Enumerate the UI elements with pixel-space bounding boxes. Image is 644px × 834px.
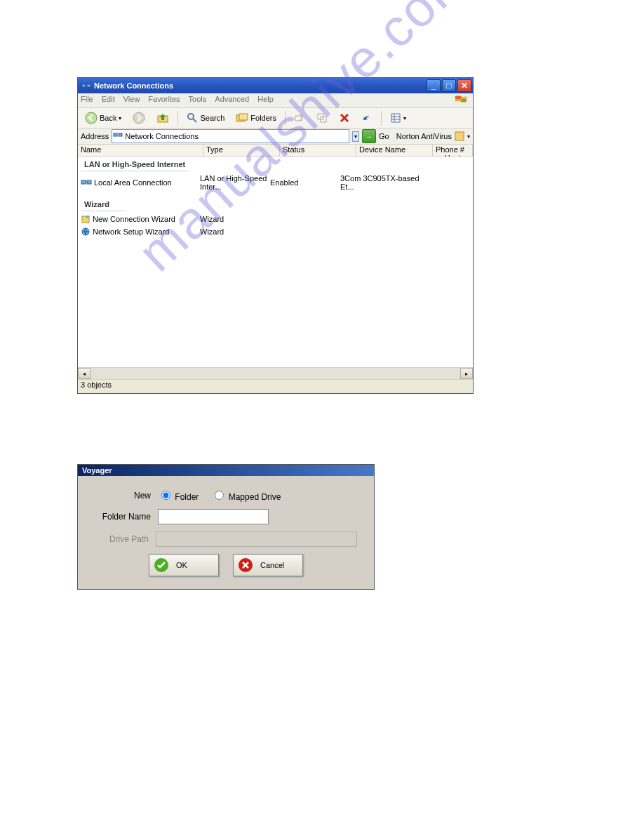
address-bar: Address ▾ → Go Norton AntiVirus ▾	[78, 128, 473, 145]
back-icon	[85, 112, 98, 124]
folder-name-input[interactable]	[158, 509, 269, 524]
status-bar: 3 objects	[78, 379, 473, 393]
svg-rect-22	[81, 180, 86, 184]
group-lan: LAN or High-Speed Internet	[81, 158, 189, 171]
svg-rect-20	[119, 133, 122, 136]
copy-to-button[interactable]	[312, 110, 332, 126]
delete-button[interactable]	[335, 110, 354, 126]
svg-rect-4	[461, 99, 467, 102]
cancel-icon	[238, 557, 253, 573]
move-icon	[294, 112, 305, 124]
views-button[interactable]: ▾	[386, 110, 410, 126]
menu-tools[interactable]: Tools	[189, 95, 207, 106]
svg-point-26	[86, 216, 89, 218]
radio-mapped[interactable]	[215, 491, 224, 500]
menu-favorites[interactable]: Favorites	[148, 95, 180, 106]
menu-advanced[interactable]: Advanced	[215, 95, 249, 106]
svg-rect-21	[455, 132, 464, 140]
minimize-button[interactable]: _	[427, 79, 441, 92]
forward-button[interactable]	[128, 110, 149, 126]
toolbar: Back▾ Search Folders ▾	[78, 108, 473, 128]
drive-path-input	[156, 531, 357, 547]
address-icon	[113, 130, 123, 140]
menubar: File Edit View Favorites Tools Advanced …	[78, 93, 473, 108]
svg-rect-0	[82, 84, 86, 87]
folders-icon	[236, 112, 248, 124]
ok-icon	[154, 557, 169, 573]
col-name[interactable]: Name	[78, 145, 203, 156]
separator	[285, 111, 286, 125]
svg-point-5	[86, 112, 97, 124]
col-phone[interactable]: Phone # or Host Addr	[433, 145, 473, 156]
horizontal-scrollbar[interactable]: ◂ ▸	[78, 367, 473, 379]
copy-icon	[316, 112, 328, 124]
svg-rect-19	[114, 133, 117, 136]
address-label: Address	[81, 132, 109, 140]
undo-icon	[361, 112, 373, 124]
go-button[interactable]: →	[362, 129, 376, 143]
svg-rect-15	[391, 114, 400, 122]
list-item[interactable]: New Connection Wizard Wizard	[78, 213, 473, 225]
dialog-title[interactable]: Voyager	[78, 465, 374, 476]
svg-point-6	[133, 112, 145, 124]
titlebar[interactable]: Network Connections _ □ ✕	[78, 78, 473, 93]
scroll-right-button[interactable]: ▸	[460, 368, 473, 379]
svg-line-9	[193, 119, 196, 122]
connection-icon	[81, 178, 92, 187]
forward-icon	[133, 112, 145, 124]
network-wizard-icon	[81, 227, 90, 237]
svg-point-8	[188, 114, 194, 119]
svg-rect-11	[239, 114, 248, 120]
col-status[interactable]: Status	[280, 145, 356, 156]
new-label: New	[95, 491, 151, 501]
list-area: LAN or High-Speed Internet Local Area Co…	[78, 157, 473, 367]
scroll-left-button[interactable]: ◂	[78, 368, 90, 379]
move-to-button[interactable]	[290, 110, 309, 126]
folder-name-label: Folder Name	[95, 512, 151, 522]
close-button[interactable]: ✕	[457, 79, 471, 92]
col-type[interactable]: Type	[203, 145, 280, 156]
list-item[interactable]: Local Area Connection LAN or High-Speed …	[78, 173, 473, 192]
separator	[177, 111, 178, 125]
maximize-button[interactable]: □	[442, 79, 456, 92]
ok-button[interactable]: OK	[149, 554, 219, 576]
window-title: Network Connections	[94, 81, 173, 90]
col-device[interactable]: Device Name	[356, 145, 433, 156]
folders-button[interactable]: Folders	[232, 110, 281, 126]
back-button[interactable]: Back▾	[81, 110, 126, 126]
app-icon	[81, 81, 91, 91]
go-label: Go	[379, 132, 389, 140]
svg-rect-23	[87, 180, 91, 184]
address-input[interactable]	[112, 129, 349, 143]
svg-rect-1	[87, 84, 90, 87]
wizard-icon	[81, 214, 90, 224]
network-connections-window: Network Connections _ □ ✕ File Edit View…	[77, 77, 474, 394]
column-headers: Name Type Status Device Name Phone # or …	[78, 145, 473, 157]
radio-folder[interactable]	[161, 491, 170, 500]
delete-icon	[339, 112, 350, 124]
address-dropdown[interactable]: ▾	[352, 131, 359, 142]
norton-label: Norton AntiVirus	[396, 132, 452, 140]
search-button[interactable]: Search	[182, 110, 229, 126]
menu-help[interactable]: Help	[257, 95, 274, 106]
drive-path-label: Drive Path	[95, 534, 149, 544]
search-icon	[187, 112, 198, 124]
menu-edit[interactable]: Edit	[102, 95, 115, 106]
xp-flag-icon	[455, 95, 467, 106]
radio-mapped-label[interactable]: Mapped Drive	[211, 489, 281, 502]
separator	[381, 111, 382, 125]
voyager-dialog: Voyager New Folder Mapped Drive Folder N…	[77, 464, 375, 590]
list-item[interactable]: Network Setup Wizard Wizard	[78, 225, 473, 238]
group-wizard: Wizard	[81, 198, 126, 211]
up-button[interactable]	[152, 110, 173, 126]
cancel-button[interactable]: Cancel	[233, 554, 303, 576]
menu-file[interactable]: File	[81, 95, 93, 106]
undo-button[interactable]	[357, 110, 377, 126]
folder-up-icon	[156, 112, 169, 124]
svg-rect-3	[455, 96, 461, 99]
menu-view[interactable]: View	[123, 95, 140, 106]
views-icon	[390, 112, 401, 124]
norton-icon[interactable]	[455, 131, 464, 141]
radio-folder-label[interactable]: Folder	[158, 489, 199, 502]
